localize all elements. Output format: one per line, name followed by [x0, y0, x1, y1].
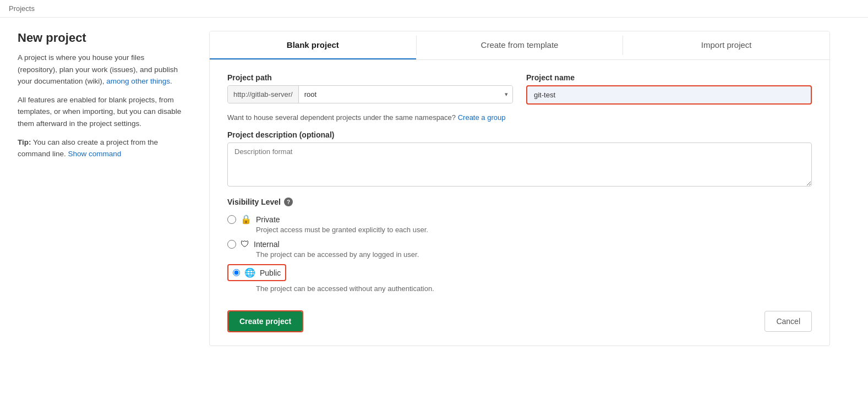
path-select-wrapper: root ▾ — [299, 86, 512, 103]
show-command-link[interactable]: Show command — [68, 150, 122, 158]
visibility-section: Visibility Level ? 🔒 Private Project acc… — [227, 198, 812, 293]
sidebar-description-1: A project is where you house your files … — [18, 52, 183, 87]
project-path-group: Project path http://gitlab-server/ root … — [227, 73, 513, 103]
visibility-option-private: 🔒 Private Project access must be granted… — [227, 214, 812, 234]
visibility-public-label: Public — [260, 268, 281, 277]
among-other-things-link[interactable]: among other things — [106, 77, 170, 85]
description-label: Project description (optional) — [227, 130, 812, 139]
visibility-option-public: 🌐 Public The project can be accessed wit… — [227, 264, 812, 293]
tab-bar: Blank project Create from template Impor… — [210, 31, 829, 60]
form-actions: Create project Cancel — [227, 306, 812, 332]
visibility-private-label: Private — [256, 215, 280, 224]
path-select[interactable]: root — [299, 86, 512, 103]
sidebar-tip: Tip: You can also create a project from … — [18, 136, 183, 160]
create-group-link[interactable]: Create a group — [458, 113, 506, 122]
visibility-section-title: Visibility Level ? — [227, 198, 812, 206]
content-panel: Blank project Create from template Impor… — [209, 31, 830, 346]
cancel-button[interactable]: Cancel — [765, 311, 812, 332]
path-prefix: http://gitlab-server/ — [228, 86, 299, 103]
breadcrumb: Projects — [9, 4, 35, 13]
project-name-input[interactable] — [526, 85, 812, 105]
lock-icon: 🔒 — [241, 214, 252, 224]
visibility-internal-label: Internal — [254, 240, 280, 249]
tab-blank-project[interactable]: Blank project — [210, 31, 416, 59]
visibility-public-desc: The project can be accessed without any … — [256, 284, 812, 293]
form-body: Project path http://gitlab-server/ root … — [210, 60, 829, 346]
project-name-label: Project name — [526, 73, 812, 82]
visibility-private-desc: Project access must be granted explicitl… — [256, 226, 812, 234]
sidebar: New project A project is where you house… — [18, 31, 183, 346]
project-name-group: Project name — [526, 73, 812, 105]
radio-internal[interactable] — [227, 240, 236, 249]
namespace-hint: Want to house several dependent projects… — [227, 113, 812, 122]
visibility-internal-desc: The project can be accessed by any logge… — [256, 250, 812, 259]
shield-icon: 🛡 — [241, 239, 249, 249]
description-group: Project description (optional) — [227, 130, 812, 187]
path-input-row: http://gitlab-server/ root ▾ — [227, 85, 513, 103]
visibility-option-internal: 🛡 Internal The project can be accessed b… — [227, 239, 812, 259]
tab-create-from-template[interactable]: Create from template — [417, 31, 623, 59]
radio-public[interactable] — [233, 269, 240, 276]
radio-private[interactable] — [227, 215, 236, 224]
tab-import-project[interactable]: Import project — [623, 31, 829, 59]
page-title: New project — [18, 31, 183, 45]
create-project-button[interactable]: Create project — [228, 311, 302, 331]
sidebar-description-2: All features are enabled for blank proje… — [18, 94, 183, 130]
globe-icon: 🌐 — [244, 267, 255, 278]
project-path-label: Project path — [227, 73, 513, 82]
description-textarea[interactable] — [227, 143, 812, 187]
help-icon[interactable]: ? — [284, 198, 293, 206]
